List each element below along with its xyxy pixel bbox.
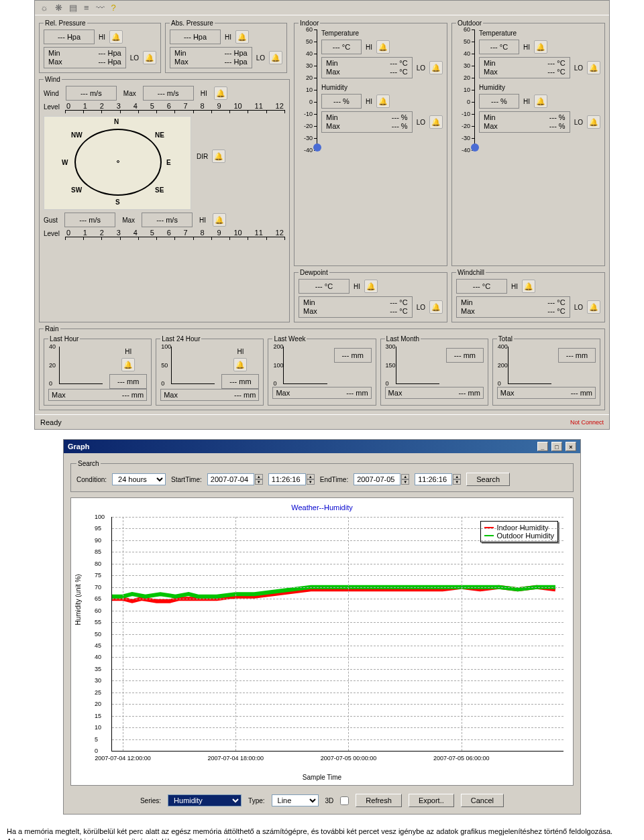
bell-icon[interactable]: 🔔 bbox=[364, 280, 378, 293]
end-time-input[interactable] bbox=[415, 473, 452, 485]
toolbar-icon[interactable]: ▤ bbox=[69, 3, 77, 13]
bell-icon[interactable]: 🔔 bbox=[534, 40, 547, 54]
max-label: Max bbox=[123, 90, 136, 97]
help-icon[interactable]: ? bbox=[111, 3, 116, 13]
bell-icon[interactable]: 🔔 bbox=[213, 213, 226, 227]
rain-value: --- mm bbox=[558, 348, 596, 363]
maximize-button[interactable]: □ bbox=[551, 442, 562, 451]
bell-icon[interactable]: 🔔 bbox=[376, 40, 390, 54]
wind-max-value: --- m/s bbox=[143, 86, 194, 101]
bell-icon[interactable]: 🔔 bbox=[429, 61, 443, 74]
spin-down[interactable]: ▼ bbox=[255, 479, 263, 485]
minimize-button[interactable]: _ bbox=[537, 442, 548, 451]
bell-icon[interactable]: 🔔 bbox=[534, 95, 547, 108]
doc-paragraph: Ha a memória megtelt, körülbelül két per… bbox=[7, 827, 637, 837]
min-value: --- % bbox=[392, 113, 408, 122]
starttime-label: StartTime: bbox=[171, 476, 202, 483]
3d-label: 3D bbox=[325, 797, 334, 804]
compass-n: N bbox=[114, 118, 119, 125]
lo-label: LO bbox=[417, 64, 425, 72]
min-label: Min bbox=[484, 59, 496, 68]
type-select[interactable]: Line bbox=[272, 794, 319, 806]
toolbar-icon[interactable]: 〰 bbox=[96, 3, 105, 13]
start-time-input[interactable] bbox=[268, 473, 306, 485]
toolbar-icon[interactable]: ☼ bbox=[40, 3, 48, 13]
start-date-input[interactable] bbox=[207, 473, 254, 485]
wind-compass: N NE E SE S SW W NW bbox=[44, 116, 191, 210]
3d-checkbox[interactable] bbox=[340, 796, 349, 805]
abs-pressure-value: --- Hpa bbox=[170, 29, 221, 44]
min-label: Min bbox=[174, 49, 186, 58]
rain-value: --- mm bbox=[334, 348, 372, 363]
hi-label: HI bbox=[366, 44, 372, 51]
windchill-title: Windchill bbox=[456, 269, 486, 276]
status-bar: Ready Not Connect bbox=[35, 414, 609, 429]
gust-level-scale: 0123456789101112 bbox=[65, 229, 285, 237]
bell-icon[interactable]: 🔔 bbox=[214, 86, 227, 100]
lo-label: LO bbox=[417, 304, 425, 311]
bell-icon[interactable]: 🔔 bbox=[376, 95, 390, 108]
bell-icon[interactable]: 🔔 bbox=[269, 51, 282, 64]
outdoor-hum-value: --- % bbox=[479, 94, 519, 109]
dewpoint-value: --- °C bbox=[299, 279, 350, 294]
spin-up[interactable]: ▲ bbox=[255, 474, 263, 479]
outdoor-temp-scale: 6050403020100-10-20-30-40 bbox=[456, 29, 475, 150]
close-button[interactable]: × bbox=[566, 442, 576, 451]
indoor-group: Indoor 6050403020100-10-20-30-40 Tempera… bbox=[294, 19, 447, 266]
dir-label: DIR bbox=[197, 153, 208, 160]
bell-icon[interactable]: 🔔 bbox=[109, 30, 123, 44]
dewpoint-group: Dewpoint --- °CHI🔔 Min--- °CMax--- °CLO🔔 bbox=[294, 269, 447, 322]
rain-lastmonth: Last Month3001500--- mmMax--- mm bbox=[380, 335, 488, 406]
graph-window: Graph _ □ × Search Condition: 24 hours S… bbox=[63, 439, 581, 815]
export-button[interactable]: Export.. bbox=[409, 794, 454, 807]
refresh-button[interactable]: Refresh bbox=[356, 794, 402, 807]
bell-icon[interactable]: 🔔 bbox=[143, 51, 156, 64]
cancel-button[interactable]: Cancel bbox=[461, 794, 504, 807]
abs-pressure-title: Abs. Pressure bbox=[170, 19, 215, 27]
end-date-input[interactable] bbox=[354, 473, 400, 485]
chart-legend: Indoor HumidityOutdoor Humidity bbox=[480, 521, 558, 542]
spin-up[interactable]: ▲ bbox=[401, 474, 409, 479]
spin-down[interactable]: ▼ bbox=[307, 479, 315, 485]
hi-label: HI bbox=[366, 98, 372, 105]
min-value: --- °C bbox=[547, 298, 565, 307]
spin-up[interactable]: ▲ bbox=[307, 474, 315, 479]
toolbar-icon[interactable]: ≡ bbox=[84, 3, 89, 13]
hi-label: HI bbox=[199, 217, 206, 224]
rain-value: --- mm bbox=[109, 374, 147, 389]
max-value: --- Hpa bbox=[98, 58, 121, 66]
bell-icon[interactable]: 🔔 bbox=[121, 358, 135, 371]
dewpoint-title: Dewpoint bbox=[299, 269, 329, 276]
series-select[interactable]: Humidity bbox=[168, 794, 241, 806]
bell-icon[interactable]: 🔔 bbox=[212, 149, 225, 163]
bell-icon[interactable]: 🔔 bbox=[233, 358, 247, 371]
condition-label: Condition: bbox=[76, 476, 107, 483]
bell-icon[interactable]: 🔔 bbox=[587, 300, 600, 314]
spin-up[interactable]: ▲ bbox=[453, 474, 461, 479]
rain-value: --- mm bbox=[221, 374, 259, 389]
temperature-label: Temperature bbox=[321, 29, 443, 37]
toolbar-icon[interactable]: ❋ bbox=[55, 3, 62, 13]
bell-icon[interactable]: 🔔 bbox=[235, 30, 249, 44]
hi-label: HI bbox=[225, 34, 231, 41]
lo-label: LO bbox=[417, 119, 425, 126]
rain-title: Rain bbox=[44, 325, 60, 333]
search-group: Search Condition: 24 hours StartTime: ▲▼… bbox=[70, 460, 574, 492]
spin-down[interactable]: ▼ bbox=[401, 479, 409, 485]
bell-icon[interactable]: 🔔 bbox=[522, 280, 535, 293]
document-text: Ha a memória megtelt, körülbelül két per… bbox=[0, 815, 644, 840]
bell-icon[interactable]: 🔔 bbox=[587, 115, 600, 129]
spin-down[interactable]: ▼ bbox=[453, 479, 461, 485]
hi-label: HI bbox=[125, 348, 131, 355]
hi-label: HI bbox=[523, 44, 530, 51]
rain-max-box: Max--- mm bbox=[160, 389, 259, 401]
bell-icon[interactable]: 🔔 bbox=[587, 61, 600, 74]
bell-icon[interactable]: 🔔 bbox=[429, 115, 443, 129]
weather-dashboard-window: ☼ ❋ ▤ ≡ 〰 ? Rel. Pressure --- Hpa HI 🔔 bbox=[34, 0, 610, 430]
outdoor-group: Outdoor 6050403020100-10-20-30-40 Temper… bbox=[451, 19, 605, 266]
rain-last24: Last 24 Hour100500HI🔔--- mmMax--- mm bbox=[156, 335, 264, 406]
bell-icon[interactable]: 🔔 bbox=[429, 300, 443, 314]
lo-label: LO bbox=[574, 304, 583, 311]
condition-select[interactable]: 24 hours bbox=[112, 473, 166, 485]
search-button[interactable]: Search bbox=[466, 473, 510, 486]
